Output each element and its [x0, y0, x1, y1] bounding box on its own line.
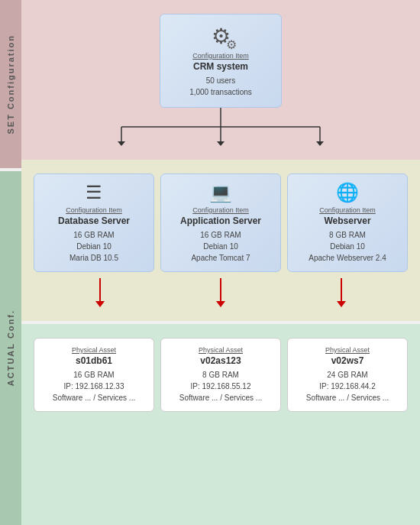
web-title: Webserver: [294, 216, 401, 226]
db-icon: ☰: [40, 182, 147, 203]
app-specs: 16 GB RAMDebian 10Apache Tomcat 7: [167, 229, 274, 264]
physical-card-2: Physical Asset v02as123 8 GB RAMIP: 192.…: [160, 338, 281, 412]
red-arrow-3: [281, 278, 402, 307]
crm-desc: 50 users1,000 transactions: [176, 75, 266, 98]
physical-card-3: Physical Asset v02ws7 24 GB RAMIP: 192.1…: [287, 338, 408, 412]
app-icon: 💻: [167, 182, 274, 203]
app-title: Application Server: [167, 216, 274, 226]
physical-title-2: v02as123: [167, 355, 274, 366]
web-specs: 8 GB RAMDebian 10Apache Webserver 2.4: [294, 229, 401, 264]
actual-cards-row: Physical Asset s01db61 16 GB RAMIP: 192.…: [34, 338, 408, 412]
arrow-line-1: [99, 278, 101, 301]
arrow-head-1: [95, 301, 105, 307]
web-server-card: 🌐 Configuration Item Webserver 8 GB RAMD…: [287, 173, 408, 272]
crm-config-label: Configuration Item: [176, 52, 266, 60]
physical-specs-2: 8 GB RAMIP: 192.168.55.12Software ... / …: [167, 369, 274, 403]
db-title: Database Server: [40, 216, 147, 226]
web-icon: 🌐: [294, 182, 401, 203]
section-actual: Physical Asset s01db61 16 GB RAMIP: 192.…: [21, 324, 420, 525]
arrow-line-3: [341, 278, 342, 301]
physical-title-1: s01db61: [40, 355, 147, 366]
arrow-head-2: [216, 301, 225, 307]
crm-card: ⚙⚙ Configuration Item CRM system 50 user…: [160, 14, 282, 108]
middle-cards-row: ☰ Configuration Item Database Server 16 …: [34, 173, 408, 272]
sidebar-set-label: SET Configuration: [6, 34, 15, 134]
web-config-label: Configuration Item: [294, 206, 401, 214]
physical-title-3: v02ws7: [294, 355, 401, 366]
sidebar-actual: ACTUAL Conf.: [0, 171, 21, 525]
app-server-card: 💻 Configuration Item Application Server …: [160, 173, 281, 272]
physical-label-2: Physical Asset: [167, 346, 274, 354]
app-config-label: Configuration Item: [167, 206, 274, 214]
section-set: ⚙⚙ Configuration Item CRM system 50 user…: [21, 0, 420, 160]
red-arrow-2: [160, 278, 281, 307]
physical-specs-3: 24 GB RAMIP: 192.168.44.2Software ... / …: [294, 369, 401, 403]
red-arrow-1: [40, 278, 160, 307]
physical-label-3: Physical Asset: [294, 346, 401, 354]
sidebar-labels: SET Configuration ACTUAL Conf.: [0, 0, 21, 525]
gear-icon: ⚙⚙: [212, 24, 231, 49]
red-arrows: [34, 278, 408, 307]
arrow-line-2: [220, 278, 221, 301]
db-server-card: ☰ Configuration Item Database Server 16 …: [34, 173, 154, 272]
physical-specs-1: 16 GB RAMIP: 192.168.12.33Software ... /…: [40, 369, 147, 403]
sidebar-actual-label: ACTUAL Conf.: [6, 309, 15, 386]
arrow-head-3: [337, 301, 346, 307]
svg-marker-6: [217, 141, 225, 146]
db-config-label: Configuration Item: [40, 206, 147, 214]
svg-marker-5: [118, 141, 125, 146]
physical-label-1: Physical Asset: [40, 346, 147, 354]
svg-marker-7: [316, 141, 324, 146]
section-middle: ☰ Configuration Item Database Server 16 …: [21, 160, 420, 321]
sidebar-set: SET Configuration: [0, 0, 21, 168]
crm-title: CRM system: [176, 61, 266, 72]
physical-card-1: Physical Asset s01db61 16 GB RAMIP: 192.…: [34, 338, 154, 412]
top-connector-svg: [76, 108, 366, 146]
db-specs: 16 GB RAMDebian 10Maria DB 10.5: [40, 229, 147, 264]
main-content: ⚙⚙ Configuration Item CRM system 50 user…: [21, 0, 420, 525]
